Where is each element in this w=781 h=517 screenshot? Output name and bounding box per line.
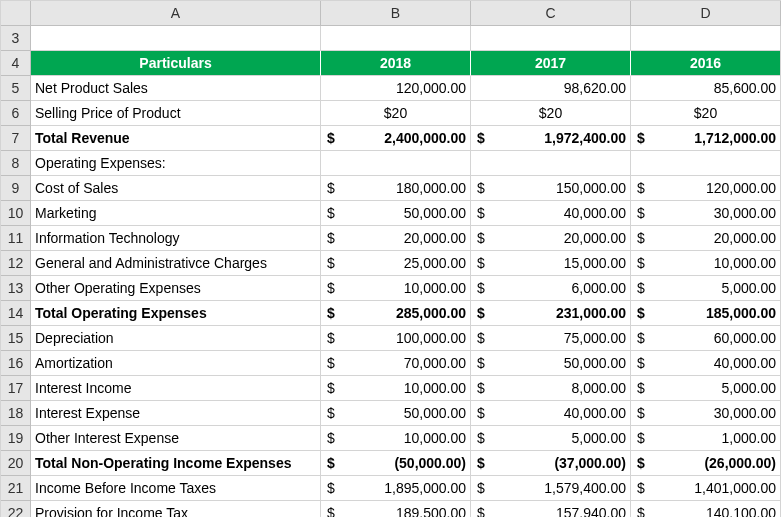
label-cell[interactable]: Other Interest Expense bbox=[31, 426, 321, 451]
value-cell[interactable]: $50,000.00 bbox=[471, 351, 631, 376]
value-cell[interactable]: $20,000.00 bbox=[471, 226, 631, 251]
label-cell[interactable]: General and Administrativce Charges bbox=[31, 251, 321, 276]
value-cell[interactable]: $120,000.00 bbox=[631, 176, 781, 201]
row-header[interactable]: 12 bbox=[1, 251, 31, 276]
value-cell[interactable]: $25,000.00 bbox=[321, 251, 471, 276]
row-header[interactable]: 7 bbox=[1, 126, 31, 151]
label-cell[interactable]: Interest Income bbox=[31, 376, 321, 401]
value-cell[interactable] bbox=[471, 151, 631, 176]
value-cell[interactable]: $1,000.00 bbox=[631, 426, 781, 451]
value-cell[interactable]: $30,000.00 bbox=[631, 201, 781, 226]
value-cell[interactable]: $180,000.00 bbox=[321, 176, 471, 201]
value-cell[interactable]: $1,895,000.00 bbox=[321, 476, 471, 501]
cell-A3[interactable] bbox=[31, 26, 321, 51]
label-cell[interactable]: Total Non-Operating Income Expenses bbox=[31, 451, 321, 476]
label-cell[interactable]: Total Revenue bbox=[31, 126, 321, 151]
label-cell[interactable]: Other Operating Expenses bbox=[31, 276, 321, 301]
value-cell[interactable]: $30,000.00 bbox=[631, 401, 781, 426]
value-cell[interactable]: $(37,000.00) bbox=[471, 451, 631, 476]
value-cell[interactable]: $1,401,000.00 bbox=[631, 476, 781, 501]
value-cell[interactable]: $60,000.00 bbox=[631, 326, 781, 351]
value-cell[interactable] bbox=[321, 151, 471, 176]
value-cell[interactable]: $40,000.00 bbox=[471, 401, 631, 426]
row-header[interactable]: 20 bbox=[1, 451, 31, 476]
value-cell[interactable]: $10,000.00 bbox=[321, 426, 471, 451]
label-cell[interactable]: Depreciation bbox=[31, 326, 321, 351]
value-cell[interactable]: 85,600.00 bbox=[631, 76, 781, 101]
col-header-C[interactable]: C bbox=[471, 1, 631, 26]
value-cell[interactable]: $20 bbox=[631, 101, 781, 126]
col-header-A[interactable]: A bbox=[31, 1, 321, 26]
col-header-B[interactable]: B bbox=[321, 1, 471, 26]
row-header[interactable]: 17 bbox=[1, 376, 31, 401]
header-2016[interactable]: 2016 bbox=[631, 51, 781, 76]
label-cell[interactable]: Cost of Sales bbox=[31, 176, 321, 201]
value-cell[interactable]: $157,940.00 bbox=[471, 501, 631, 517]
header-2017[interactable]: 2017 bbox=[471, 51, 631, 76]
value-cell[interactable]: $15,000.00 bbox=[471, 251, 631, 276]
value-cell[interactable]: $10,000.00 bbox=[321, 276, 471, 301]
value-cell[interactable]: $6,000.00 bbox=[471, 276, 631, 301]
value-cell[interactable]: $50,000.00 bbox=[321, 401, 471, 426]
row-header[interactable]: 8 bbox=[1, 151, 31, 176]
label-cell[interactable]: Marketing bbox=[31, 201, 321, 226]
row-header[interactable]: 21 bbox=[1, 476, 31, 501]
value-cell[interactable]: 120,000.00 bbox=[321, 76, 471, 101]
value-cell[interactable]: $2,400,000.00 bbox=[321, 126, 471, 151]
cell-D3[interactable] bbox=[631, 26, 781, 51]
row-header[interactable]: 19 bbox=[1, 426, 31, 451]
label-cell[interactable]: Information Technology bbox=[31, 226, 321, 251]
label-cell[interactable]: Operating Expenses: bbox=[31, 151, 321, 176]
row-header[interactable]: 18 bbox=[1, 401, 31, 426]
value-cell[interactable]: $20,000.00 bbox=[321, 226, 471, 251]
value-cell[interactable]: $1,972,400.00 bbox=[471, 126, 631, 151]
value-cell[interactable]: $189,500.00 bbox=[321, 501, 471, 517]
value-cell[interactable]: $285,000.00 bbox=[321, 301, 471, 326]
label-cell[interactable]: Income Before Income Taxes bbox=[31, 476, 321, 501]
value-cell[interactable]: 98,620.00 bbox=[471, 76, 631, 101]
value-cell[interactable]: $100,000.00 bbox=[321, 326, 471, 351]
row-header[interactable]: 16 bbox=[1, 351, 31, 376]
row-header[interactable]: 3 bbox=[1, 26, 31, 51]
cell-B3[interactable] bbox=[321, 26, 471, 51]
value-cell[interactable]: $40,000.00 bbox=[471, 201, 631, 226]
row-header[interactable]: 10 bbox=[1, 201, 31, 226]
row-header[interactable]: 13 bbox=[1, 276, 31, 301]
label-cell[interactable]: Net Product Sales bbox=[31, 76, 321, 101]
value-cell[interactable]: $20 bbox=[321, 101, 471, 126]
label-cell[interactable]: Total Operating Expenses bbox=[31, 301, 321, 326]
value-cell[interactable]: $5,000.00 bbox=[631, 376, 781, 401]
value-cell[interactable]: $231,000.00 bbox=[471, 301, 631, 326]
value-cell[interactable]: $5,000.00 bbox=[631, 276, 781, 301]
value-cell[interactable] bbox=[631, 151, 781, 176]
value-cell[interactable]: $1,712,000.00 bbox=[631, 126, 781, 151]
value-cell[interactable]: $70,000.00 bbox=[321, 351, 471, 376]
label-cell[interactable]: Provision for Income Tax bbox=[31, 501, 321, 517]
label-cell[interactable]: Amortization bbox=[31, 351, 321, 376]
row-header[interactable]: 9 bbox=[1, 176, 31, 201]
row-header[interactable]: 22 bbox=[1, 501, 31, 517]
value-cell[interactable]: $10,000.00 bbox=[321, 376, 471, 401]
header-particulars[interactable]: Particulars bbox=[31, 51, 321, 76]
value-cell[interactable]: $20,000.00 bbox=[631, 226, 781, 251]
value-cell[interactable]: $150,000.00 bbox=[471, 176, 631, 201]
value-cell[interactable]: $1,579,400.00 bbox=[471, 476, 631, 501]
row-header[interactable]: 14 bbox=[1, 301, 31, 326]
header-2018[interactable]: 2018 bbox=[321, 51, 471, 76]
row-header[interactable]: 4 bbox=[1, 51, 31, 76]
value-cell[interactable]: $40,000.00 bbox=[631, 351, 781, 376]
value-cell[interactable]: $75,000.00 bbox=[471, 326, 631, 351]
row-header[interactable]: 15 bbox=[1, 326, 31, 351]
row-header[interactable]: 11 bbox=[1, 226, 31, 251]
col-header-D[interactable]: D bbox=[631, 1, 781, 26]
value-cell[interactable]: $50,000.00 bbox=[321, 201, 471, 226]
value-cell[interactable]: $8,000.00 bbox=[471, 376, 631, 401]
value-cell[interactable]: $185,000.00 bbox=[631, 301, 781, 326]
cell-C3[interactable] bbox=[471, 26, 631, 51]
value-cell[interactable]: $5,000.00 bbox=[471, 426, 631, 451]
spreadsheet-grid[interactable]: A B C D 3 4 Particulars 2018 2017 2016 5… bbox=[0, 0, 781, 517]
value-cell[interactable]: $20 bbox=[471, 101, 631, 126]
value-cell[interactable]: $(50,000.00) bbox=[321, 451, 471, 476]
label-cell[interactable]: Selling Price of Product bbox=[31, 101, 321, 126]
row-header[interactable]: 5 bbox=[1, 76, 31, 101]
